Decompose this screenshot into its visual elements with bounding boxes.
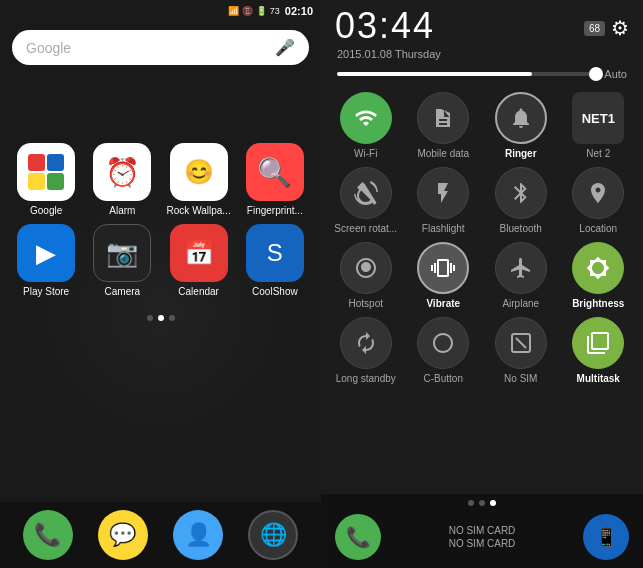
toggle-mobile[interactable]: Mobile data	[407, 92, 481, 159]
auto-label: Auto	[604, 68, 627, 80]
multitask-label: Multitask	[577, 373, 620, 384]
app-item-calendar[interactable]: 📅 Calendar	[165, 224, 233, 297]
dock-phone[interactable]: 📞	[23, 510, 73, 560]
app-item-fingerprint[interactable]: 🔍 Fingerprint...	[241, 143, 309, 216]
cbutton-icon-circle	[417, 317, 469, 369]
toggle-flashlight[interactable]: Flashlight	[407, 167, 481, 234]
toggle-grid-row2: Screen rotat... Flashlight Bluetooth Loc…	[321, 163, 643, 238]
brightness-slider-row[interactable]: Auto	[321, 60, 643, 88]
right-panel: 03:44 68 ⚙ 2015.01.08 Thursday Auto Wi-F…	[321, 0, 643, 568]
toggle-nosim[interactable]: No SIM	[484, 317, 558, 384]
cbutton-label: C-Button	[424, 373, 463, 384]
search-bar[interactable]: Google 🎤	[12, 30, 309, 65]
toggle-airplane[interactable]: Airplane	[484, 242, 558, 309]
battery-badge: 68	[584, 21, 605, 36]
right-dot-1[interactable]	[468, 500, 474, 506]
toggle-grid-row4: Long standby C-Button No SIM Multitask	[321, 313, 643, 388]
mobile-label: Mobile data	[417, 148, 469, 159]
search-label: Google	[26, 40, 275, 56]
slider-thumb[interactable]	[589, 67, 603, 81]
calendar-app-icon: 📅	[170, 224, 228, 282]
bluetooth-icon-circle	[495, 167, 547, 219]
page-dots-left	[0, 315, 321, 321]
hotspot-label: Hotspot	[349, 298, 383, 309]
battery-icon: 🔋	[256, 6, 267, 16]
standby-label: Long standby	[336, 373, 396, 384]
dot-1[interactable]	[147, 315, 153, 321]
dock-phone-right[interactable]: 📞	[335, 514, 381, 560]
toggle-brightness[interactable]: Brightness	[562, 242, 636, 309]
dock-chrome[interactable]: 🌐	[248, 510, 298, 560]
rotate-icon-circle	[340, 167, 392, 219]
app-label-coolshow: CoolShow	[252, 286, 298, 297]
rock-app-icon: 😊	[170, 143, 228, 201]
app-item-camera[interactable]: 📷 Camera	[88, 224, 156, 297]
nosim-icon-circle	[495, 317, 547, 369]
right-dot-2[interactable]	[479, 500, 485, 506]
net1-badge: NET1	[572, 92, 624, 144]
app-label-rock: Rock Wallpa...	[167, 205, 231, 216]
toggle-vibrate[interactable]: Vibrate	[407, 242, 481, 309]
bluetooth-label: Bluetooth	[500, 223, 542, 234]
dock-left: 📞 💬 👤 🌐	[0, 502, 321, 568]
bottom-right: 📞 NO SIM CARD NO SIM CARD 📱	[321, 494, 643, 568]
no-sim-bar: 📞 NO SIM CARD NO SIM CARD 📱	[331, 512, 633, 562]
toggle-multitask[interactable]: Multitask	[562, 317, 636, 384]
right-dot-3[interactable]	[490, 500, 496, 506]
toggle-net2[interactable]: NET1 Net 2	[562, 92, 636, 159]
camera-app-icon: 📷	[93, 224, 151, 282]
dot-2[interactable]	[158, 315, 164, 321]
toggle-rotate[interactable]: Screen rotat...	[329, 167, 403, 234]
battery-percent: 73	[270, 6, 280, 16]
status-bar-left: 📶 📵 🔋 73 02:10	[0, 0, 321, 22]
app-label-playstore: Play Store	[23, 286, 69, 297]
date-display: 2015.01.08 Thursday	[321, 48, 643, 60]
svg-line-1	[516, 338, 526, 348]
app-item-playstore[interactable]: ▶ Play Store	[12, 224, 80, 297]
toggle-longstandby[interactable]: Long standby	[329, 317, 403, 384]
app-item-rock[interactable]: 😊 Rock Wallpa...	[165, 143, 233, 216]
alarm-app-icon: ⏰	[93, 143, 151, 201]
page-dots-right	[331, 500, 633, 506]
app-item-google[interactable]: Google	[12, 143, 80, 216]
app-label-google: Google	[30, 205, 62, 216]
nosim-label: No SIM	[504, 373, 537, 384]
vibrate-icon-circle	[417, 242, 469, 294]
airplane-label: Airplane	[502, 298, 539, 309]
app-label-calendar: Calendar	[178, 286, 219, 297]
toggle-location[interactable]: Location	[562, 167, 636, 234]
flashlight-label: Flashlight	[422, 223, 465, 234]
toggle-grid-row3: Hotspot Vibrate Airplane Brightness	[321, 238, 643, 313]
app-grid: Google ⏰ Alarm 😊 Rock Wallpa... 🔍 Finger…	[0, 133, 321, 307]
multitask-icon-circle	[572, 317, 624, 369]
slider-track[interactable]	[337, 72, 596, 76]
dot-3[interactable]	[169, 315, 175, 321]
app-label-fingerprint: Fingerprint...	[247, 205, 303, 216]
toggle-wifi[interactable]: Wi-Fi	[329, 92, 403, 159]
no-sim-text-1: NO SIM CARD	[449, 525, 516, 536]
toggle-hotspot[interactable]: Hotspot	[329, 242, 403, 309]
dock-messages[interactable]: 💬	[98, 510, 148, 560]
toggle-ringer[interactable]: Ringer	[484, 92, 558, 159]
no-sim-text-2: NO SIM CARD	[449, 538, 516, 549]
sim-icon: 📵	[242, 6, 253, 16]
google-app-icon	[17, 143, 75, 201]
location-label: Location	[579, 223, 617, 234]
status-time: 02:10	[285, 5, 313, 17]
left-panel: 📶 📵 🔋 73 02:10 Google 🎤 Google ⏰ Alarm	[0, 0, 321, 568]
standby-icon-circle	[340, 317, 392, 369]
rotate-label: Screen rotat...	[334, 223, 397, 234]
dock-phone-blue[interactable]: 📱	[583, 514, 629, 560]
app-item-coolshow[interactable]: S CoolShow	[241, 224, 309, 297]
app-item-alarm[interactable]: ⏰ Alarm	[88, 143, 156, 216]
toggle-bluetooth[interactable]: Bluetooth	[484, 167, 558, 234]
wifi-label: Wi-Fi	[354, 148, 377, 159]
right-header: 03:44 68 ⚙	[321, 0, 643, 46]
dock-contacts[interactable]: 👤	[173, 510, 223, 560]
gear-icon[interactable]: ⚙	[611, 16, 629, 40]
ringer-label: Ringer	[505, 148, 537, 159]
toggle-grid-row1: Wi-Fi Mobile data Ringer NET1 Net 2	[321, 88, 643, 163]
flashlight-icon-circle	[417, 167, 469, 219]
toggle-cbutton[interactable]: C-Button	[407, 317, 481, 384]
mic-icon[interactable]: 🎤	[275, 38, 295, 57]
